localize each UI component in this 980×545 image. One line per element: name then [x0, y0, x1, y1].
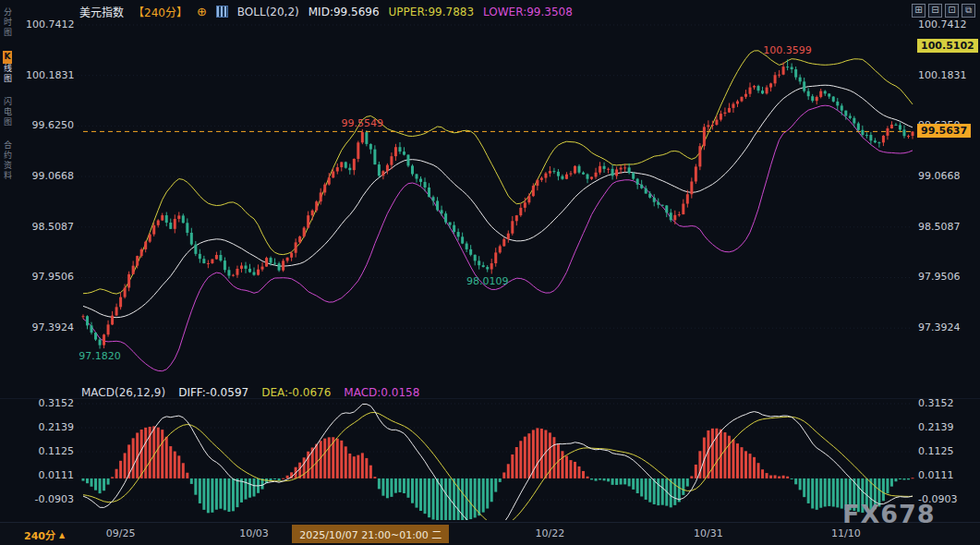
price-axis-tick: 100.7412 — [918, 18, 967, 30]
sidebar-item-label: 合约资料 — [3, 140, 12, 181]
period-label: 【240分】 — [133, 4, 188, 19]
price-axis-tick: 99.6250 — [26, 119, 74, 131]
layout-icon[interactable]: ⧉ — [962, 4, 975, 18]
macd-axis-tick: 0.1125 — [918, 445, 954, 457]
boll-label: BOLL(20,2) — [237, 6, 299, 18]
sidebar-item-label: 线图 — [3, 64, 12, 84]
price-axis-tick: 98.5087 — [26, 221, 74, 233]
time-axis-tick: 10/31 — [694, 527, 723, 539]
period-selector[interactable]: 240分 ▲ — [24, 527, 65, 542]
price-annotation: 99.5549 — [342, 117, 384, 129]
sidebar: 分时图K线图闪电图合约资料 — [0, 7, 14, 181]
period-selector-label: 240分 — [24, 527, 55, 542]
macd-dea-value: DEA:-0.0676 — [261, 386, 331, 399]
sidebar-item[interactable]: 闪电图 — [1, 97, 13, 127]
price-axis-tick: 100.1831 — [918, 69, 967, 81]
price-annotation: 98.0109 — [466, 275, 509, 287]
indicator-chip-icon[interactable] — [216, 6, 228, 18]
macd-diff-value: DIFF:-0.0597 — [178, 386, 248, 399]
sidebar-item-label: 闪电图 — [3, 97, 12, 127]
price-axis-tick: 97.9506 — [918, 271, 961, 283]
time-axis-tick: 10/22 — [536, 527, 565, 539]
highlighted-date-label: 2025/10/07 21:00~01:00 二 — [292, 525, 449, 543]
sidebar-item-label: 分时图 — [3, 7, 12, 38]
app-root: 美元指数 【240分】 ⊕ BOLL(20,2) MID:99.5696 UPP… — [0, 0, 980, 545]
macd-header: MACD(26,12,9) DIFF:-0.0597 DEA:-0.0676 M… — [81, 386, 419, 399]
price-axis-tick: 98.5087 — [918, 221, 961, 233]
price-axis-tick: 97.3924 — [918, 321, 961, 333]
layout-icon[interactable]: ⊡ — [945, 4, 959, 18]
macd-macd-value: MACD:0.0158 — [344, 386, 419, 399]
boll-upper-value: UPPER:99.7883 — [389, 6, 474, 18]
price-axis-tick: 100.7412 — [26, 18, 74, 30]
macd-axis-tick: 0.2139 — [26, 421, 74, 433]
time-axis-tick: 11/10 — [831, 527, 861, 539]
macd-axis-tick: 0.2139 — [918, 421, 954, 433]
macd-axis-tick: 0.0111 — [26, 469, 74, 481]
macd-label: MACD(26,12,9) — [81, 386, 165, 399]
time-axis-tick: 10/03 — [239, 527, 269, 539]
price-chart[interactable] — [0, 0, 980, 545]
price-axis-tick: 100.1831 — [26, 69, 74, 81]
boll-mid-value: MID:99.5696 — [309, 6, 380, 18]
price-axis-tick: 99.0668 — [918, 170, 961, 182]
macd-axis-tick: -0.0903 — [26, 493, 74, 505]
sidebar-item[interactable]: 合约资料 — [1, 140, 13, 181]
macd-axis-tick: 0.3152 — [918, 397, 954, 409]
boll-lower-value: LOWER:99.3508 — [483, 6, 573, 18]
layout-icon[interactable]: ⊟ — [928, 4, 942, 18]
layout-icon[interactable]: ⊞ — [912, 4, 926, 18]
price-axis-tick: 99.0668 — [26, 170, 74, 182]
add-indicator-icon[interactable]: ⊕ — [197, 5, 207, 18]
symbol-label: 美元指数 — [79, 4, 124, 19]
price-axis-tick: 97.3924 — [26, 321, 74, 333]
upper-band-badge: 100.5102 — [917, 39, 978, 53]
price-axis-tick: 97.9506 — [26, 271, 74, 283]
fx678-watermark: FX678 — [842, 500, 936, 528]
sidebar-item[interactable]: 分时图 — [1, 7, 13, 38]
chart-header: 美元指数 【240分】 ⊕ BOLL(20,2) MID:99.5696 UPP… — [79, 4, 573, 19]
sidebar-item-badge: K — [3, 51, 12, 64]
macd-axis-tick: 0.0111 — [918, 469, 954, 481]
layout-icons: ⊞⊟⊡⧉ — [912, 4, 975, 18]
price-annotation: 100.3599 — [763, 44, 812, 56]
last-price-badge: 99.5637 — [917, 124, 971, 138]
price-annotation: 97.1820 — [79, 350, 121, 362]
macd-axis-tick: 0.1125 — [26, 445, 74, 457]
macd-axis-tick: 0.3152 — [26, 397, 74, 409]
time-axis-tick: 09/25 — [106, 527, 136, 539]
triangle-up-icon: ▲ — [59, 531, 65, 539]
sidebar-item[interactable]: K线图 — [1, 51, 13, 84]
